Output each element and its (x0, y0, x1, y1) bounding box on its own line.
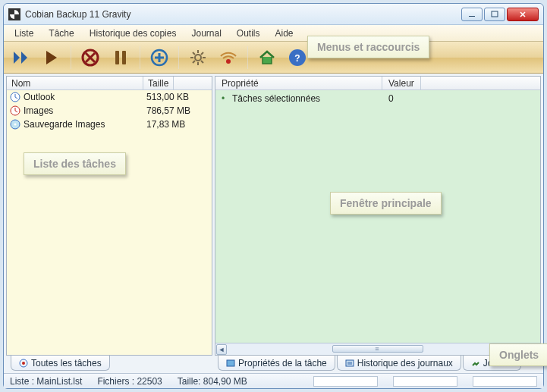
svg-rect-2 (115, 51, 119, 64)
task-row[interactable]: Sauvegarde Images 17,83 MB (7, 118, 212, 131)
svg-rect-3 (122, 51, 126, 64)
menu-liste[interactable]: Liste (8, 27, 39, 40)
app-icon (8, 8, 20, 20)
help-button[interactable]: ? (286, 46, 309, 69)
status-pane (313, 376, 378, 387)
col-size[interactable]: Taille (143, 77, 174, 89)
pause-button[interactable] (109, 46, 132, 69)
tab-label: Propriétés de la tâche (238, 358, 327, 368)
tasks-icon (19, 359, 28, 368)
svg-rect-16 (346, 360, 354, 366)
right-panel: Propriété Valeur • Tâches sélectionnées … (215, 76, 541, 371)
svg-text:?: ? (294, 53, 300, 64)
statusbar: Liste : MainList.lst Fichiers : 22503 Ta… (4, 373, 543, 388)
task-name: Images (24, 105, 143, 116)
tab-log-history[interactable]: Historique des journaux (337, 356, 461, 371)
minimize-button[interactable] (461, 8, 483, 21)
property-key: Tâches sélectionnées (232, 93, 388, 104)
col-property[interactable]: Propriété (215, 77, 382, 89)
menu-historique[interactable]: Historique des copies (83, 27, 183, 40)
task-size: 513,00 KB (146, 92, 189, 102)
new-task-button[interactable] (148, 46, 171, 69)
property-row: • Tâches sélectionnées 0 (215, 90, 540, 107)
settings-button[interactable] (187, 46, 209, 69)
content-area: Nom Taille Outlook 513,00 KB Images 786,… (4, 74, 543, 373)
svg-point-14 (22, 362, 25, 365)
left-tabs: Toutes les tâches (6, 356, 212, 371)
status-pane (473, 376, 537, 387)
remote-button[interactable] (217, 46, 240, 69)
menubar: Liste Tâche Historique des copies Journa… (4, 25, 543, 42)
run-selected-button[interactable] (40, 46, 63, 69)
horizontal-scrollbar[interactable]: ◄ ≡ ► (215, 343, 540, 355)
properties-header: Propriété Valeur (215, 77, 540, 90)
tab-all-tasks[interactable]: Toutes les tâches (11, 356, 110, 371)
properties-icon (226, 359, 235, 368)
tab-task-properties[interactable]: Propriétés de la tâche (218, 356, 335, 371)
task-size: 786,57 MB (146, 105, 190, 116)
svg-point-12 (14, 124, 17, 126)
scroll-right-arrow[interactable]: ► (517, 344, 528, 355)
col-name[interactable]: Nom (7, 77, 143, 89)
status-files: Fichiers : 22503 (97, 376, 162, 387)
task-row[interactable]: Images 786,57 MB (7, 104, 212, 118)
tab-label: Toutes les tâches (31, 358, 102, 368)
task-name: Outlook (24, 92, 143, 102)
task-list-header: Nom Taille (7, 77, 212, 90)
svg-rect-0 (492, 11, 498, 17)
maximize-button[interactable] (484, 8, 505, 21)
properties-pane[interactable]: Propriété Valeur • Tâches sélectionnées … (215, 76, 541, 356)
status-pane (393, 376, 457, 387)
disc-icon (10, 119, 20, 130)
resize-grip[interactable] (529, 344, 539, 355)
tab-label: Historique des journaux (357, 358, 453, 368)
property-value: 0 (388, 93, 394, 104)
task-size: 17,83 MB (146, 119, 185, 130)
toolbar: ? (4, 42, 543, 74)
tab-journal[interactable]: Journal (463, 356, 521, 371)
status-size: Taille: 804,90 MB (178, 376, 247, 387)
task-row[interactable]: Outlook 513,00 KB (7, 90, 212, 104)
abort-button[interactable] (79, 46, 102, 69)
menu-journal[interactable]: Journal (185, 27, 227, 40)
right-tabs: Propriétés de la tâche Historique des jo… (215, 356, 541, 371)
col-value[interactable]: Valeur (382, 77, 421, 89)
svg-point-5 (195, 55, 201, 61)
home-button[interactable] (256, 46, 278, 69)
history-icon (345, 359, 354, 368)
clock-red-icon (10, 105, 20, 116)
left-panel: Nom Taille Outlook 513,00 KB Images 786,… (6, 76, 212, 371)
run-all-button[interactable] (10, 46, 33, 69)
task-list[interactable]: Nom Taille Outlook 513,00 KB Images 786,… (6, 76, 212, 356)
journal-icon (471, 359, 480, 368)
menu-aide[interactable]: Aide (269, 27, 300, 40)
window-title: Cobian Backup 11 Gravity (25, 9, 130, 20)
task-name: Sauvegarde Images (24, 119, 143, 130)
titlebar[interactable]: Cobian Backup 11 Gravity (4, 4, 543, 25)
svg-point-6 (226, 59, 231, 64)
bullet-icon: • (222, 93, 232, 104)
scroll-left-arrow[interactable]: ◄ (216, 344, 227, 355)
scroll-thumb[interactable]: ≡ (332, 345, 423, 353)
svg-rect-15 (227, 360, 234, 366)
status-list: Liste : MainList.lst (10, 376, 82, 387)
clock-icon (10, 92, 20, 102)
tab-label: Journal (483, 358, 513, 368)
close-button[interactable] (507, 8, 539, 21)
app-window: Cobian Backup 11 Gravity Liste Tâche His… (3, 3, 544, 389)
menu-tache[interactable]: Tâche (42, 27, 80, 40)
menu-outils[interactable]: Outils (231, 27, 266, 40)
